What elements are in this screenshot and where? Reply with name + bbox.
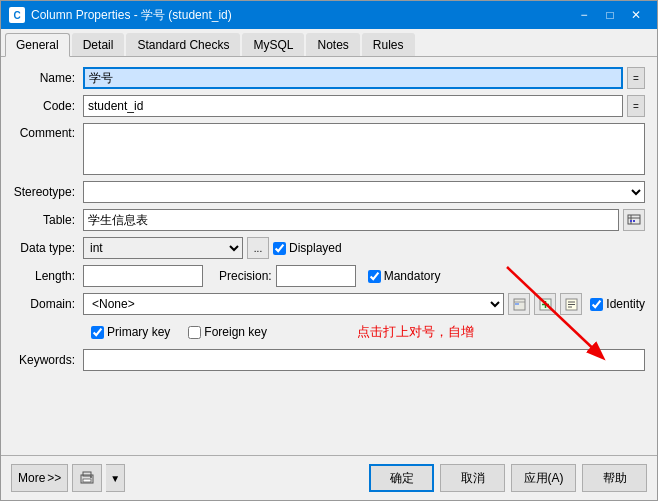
domain-new-icon [539,298,552,311]
length-input[interactable] [83,265,203,287]
svg-rect-19 [83,479,91,482]
comment-control [83,123,645,175]
browse-icon [627,213,641,227]
title-bar-left: C Column Properties - 学号 (student_id) [9,7,232,24]
datatype-row: Data type: int ... Displayed [13,237,645,259]
stereotype-row: Stereotype: [13,181,645,203]
more-button[interactable]: More >> [11,464,68,492]
domain-select[interactable]: <None> [83,293,504,315]
tab-standard-checks[interactable]: Standard Checks [126,33,240,56]
window-title: Column Properties - 学号 (student_id) [31,7,232,24]
code-label: Code: [13,99,83,113]
table-label: Table: [13,213,83,227]
content: Name: = Code: = Comment: [1,57,657,455]
precision-input[interactable] [276,265,356,287]
domain-control: <None> [83,293,645,315]
title-bar: C Column Properties - 学号 (student_id) − … [1,1,657,29]
confirm-button[interactable]: 确定 [369,464,434,492]
footer: More >> ▼ 确定 取消 应用(A) 帮助 [1,455,657,500]
svg-point-20 [90,476,92,478]
tab-general[interactable]: General [5,33,70,57]
table-row: Table: 学生信息表 [13,209,645,231]
foreign-key-label[interactable]: Foreign key [188,325,267,339]
displayed-checkbox[interactable] [273,242,286,255]
length-label: Length: [13,269,83,283]
length-control: Precision: Mandatory [83,265,645,287]
name-control: = [83,67,645,89]
stereotype-label: Stereotype: [13,185,83,199]
domain-btn3[interactable] [560,293,582,315]
code-row: Code: = [13,95,645,117]
name-eq-button[interactable]: = [627,67,645,89]
svg-rect-0 [628,215,640,224]
mandatory-checkbox-label[interactable]: Mandatory [368,269,441,283]
code-control: = [83,95,645,117]
minimize-button[interactable]: − [571,5,597,25]
cancel-button[interactable]: 取消 [440,464,505,492]
stereotype-control [83,181,645,203]
annotation-text: 点击打上对号，自增 [357,323,474,341]
keywords-label: Keywords: [13,353,83,367]
footer-left: More >> ▼ [11,464,125,492]
mandatory-checkbox[interactable] [368,270,381,283]
svg-rect-3 [630,220,632,222]
tab-rules[interactable]: Rules [362,33,415,56]
apply-button[interactable]: 应用(A) [511,464,576,492]
datatype-dots-button[interactable]: ... [247,237,269,259]
help-button[interactable]: 帮助 [582,464,647,492]
maximize-button[interactable]: □ [597,5,623,25]
tab-detail[interactable]: Detail [72,33,125,56]
app-icon: C [9,7,25,23]
table-control: 学生信息表 [83,209,645,231]
main-area: Name: = Code: = Comment: [1,57,657,455]
primary-key-label[interactable]: Primary key [91,325,170,339]
domain-props-icon [565,298,578,311]
tab-notes[interactable]: Notes [306,33,359,56]
datatype-label: Data type: [13,241,83,255]
domain-list-icon [513,298,526,311]
code-input[interactable] [83,95,623,117]
svg-rect-4 [633,220,635,222]
print-dropdown-button[interactable]: ▼ [106,464,125,492]
title-bar-controls: − □ ✕ [571,5,649,25]
table-value: 学生信息表 [83,209,619,231]
datatype-select[interactable]: int [83,237,243,259]
identity-checkbox-label[interactable]: Identity [590,297,645,311]
displayed-checkbox-label[interactable]: Displayed [273,241,342,255]
tab-bar: General Detail Standard Checks MySQL Not… [1,29,657,57]
keywords-row: Keywords: [13,349,645,371]
name-label: Name: [13,71,83,85]
tab-mysql[interactable]: MySQL [242,33,304,56]
comment-textarea[interactable] [83,123,645,175]
name-input[interactable] [83,67,623,89]
length-row: Length: Precision: Mandatory [13,265,645,287]
name-row: Name: = [13,67,645,89]
primary-key-checkbox[interactable] [91,326,104,339]
keywords-input[interactable] [83,349,645,371]
keywords-control [83,349,645,371]
svg-rect-7 [515,303,519,305]
domain-btn1[interactable] [508,293,530,315]
window: C Column Properties - 学号 (student_id) − … [0,0,658,501]
print-button[interactable] [72,464,102,492]
print-icon [79,470,95,486]
table-browse-button[interactable] [623,209,645,231]
stereotype-select[interactable] [83,181,645,203]
footer-right: 确定 取消 应用(A) 帮助 [369,464,647,492]
precision-label: Precision: [219,269,272,283]
code-eq-button[interactable]: = [627,95,645,117]
keys-row: Primary key Foreign key 点击打上对号，自增 [13,321,645,343]
comment-row: Comment: [13,123,645,175]
foreign-key-checkbox[interactable] [188,326,201,339]
domain-label: Domain: [13,297,83,311]
domain-btn2[interactable] [534,293,556,315]
comment-label: Comment: [13,126,83,140]
close-button[interactable]: ✕ [623,5,649,25]
domain-row: Domain: <None> [13,293,645,315]
datatype-control: int ... Displayed [83,237,645,259]
identity-checkbox[interactable] [590,298,603,311]
